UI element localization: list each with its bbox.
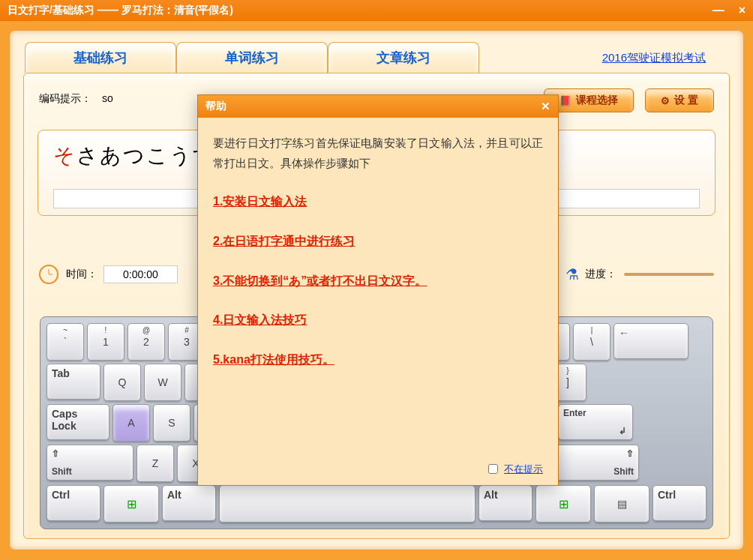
key-q[interactable]: Q (104, 364, 141, 401)
help-link-1[interactable]: 1.安装日文输入法 (213, 191, 543, 213)
no-prompt-checkbox[interactable] (488, 464, 498, 474)
book-icon: 📕 (560, 95, 572, 106)
key-win-right[interactable]: ⊞ (536, 485, 591, 523)
top-buttons: 📕 课程选择 ⚙ 设 置 (544, 88, 714, 112)
help-link-2[interactable]: 2.在日语打字通中进行练习 (213, 231, 543, 253)
key-capslock[interactable]: Caps Lock (46, 404, 110, 440)
flask-icon: ⚗ (566, 265, 579, 283)
help-link-5[interactable]: 5.kana打法使用技巧。 (213, 349, 543, 371)
clock-icon (39, 265, 58, 284)
no-prompt-label[interactable]: 不在提示 (504, 463, 543, 476)
key-ctrl-right[interactable]: Ctrl (652, 485, 706, 521)
encoding-hint: 编码提示： so (39, 92, 113, 106)
tab-word[interactable]: 单词练习 (176, 42, 328, 73)
key-1[interactable]: !1 (87, 323, 124, 361)
key-shift-left[interactable]: ⇧Shift (46, 445, 134, 481)
key-alt-left[interactable]: Alt (162, 485, 216, 521)
titlebar: 日文打字/基础练习 —— 罗马打法：清音(平假名) — × (0, 0, 753, 21)
key-a[interactable]: A (112, 404, 150, 442)
help-link-3[interactable]: 3.不能切换到“あ”或者打不出日文汉字。 (213, 271, 543, 292)
help-intro: 要进行日文打字练习首先保证电脑安装了日文输入法，并且可以正常打出日文。具体操作步… (213, 133, 543, 173)
key-`[interactable]: ~` (46, 323, 84, 361)
key-menu[interactable]: ▤ (594, 485, 650, 523)
key-z[interactable]: Z (136, 445, 174, 482)
key-backspace[interactable]: ← (614, 323, 688, 359)
close-icon[interactable]: × (739, 4, 746, 16)
tab-basic[interactable]: 基础练习 (25, 42, 176, 73)
key-w[interactable]: W (144, 364, 182, 401)
gear-icon: ⚙ (661, 95, 670, 106)
exam-link[interactable]: 2016驾驶证模拟考试 (602, 51, 706, 73)
hint-value: so (102, 92, 113, 104)
key-2[interactable]: @2 (128, 323, 165, 361)
time-value: 0:00:00 (104, 265, 178, 283)
key-s[interactable]: S (153, 404, 190, 442)
key-win-left[interactable]: ⊞ (104, 485, 159, 523)
tab-article[interactable]: 文章练习 (328, 42, 479, 73)
key-alt-right[interactable]: Alt (478, 485, 532, 521)
key-enter[interactable]: Enter↲ (558, 404, 633, 440)
tab-bar: 基础练习 单词练习 文章练习 2016驾驶证模拟考试 (10, 31, 743, 73)
key-ctrl-left[interactable]: Ctrl (46, 485, 100, 521)
help-title: 帮助 (206, 100, 226, 113)
progress-label: 进度： (585, 268, 616, 281)
help-dialog: 帮助 ✕ 要进行日文打字练习首先保证电脑安装了日文输入法，并且可以正常打出日文。… (197, 94, 559, 486)
kana-rest-left: さあつこうす (76, 144, 216, 167)
help-close-icon[interactable]: ✕ (541, 100, 550, 113)
settings-button[interactable]: ⚙ 设 置 (645, 88, 714, 112)
minimize-icon[interactable]: — (712, 4, 724, 16)
window-title: 日文打字/基础练习 —— 罗马打法：清音(平假名) (8, 4, 233, 17)
help-footer: 不在提示 (485, 462, 543, 476)
key-\[interactable]: |\ (573, 323, 610, 361)
help-link-4[interactable]: 4.日文输入法技巧 (213, 310, 543, 331)
key-tab[interactable]: Tab (46, 364, 100, 400)
window-controls: — × (701, 4, 746, 17)
help-body: 要进行日文打字练习首先保证电脑安装了日文输入法，并且可以正常打出日文。具体操作步… (198, 118, 558, 404)
help-titlebar: 帮助 ✕ (198, 95, 558, 118)
time-label: 时间： (66, 268, 98, 281)
kana-current: そ (53, 144, 76, 167)
hint-label: 编码提示： (39, 92, 92, 104)
key-space[interactable] (219, 485, 476, 523)
progress-bar (624, 273, 714, 276)
